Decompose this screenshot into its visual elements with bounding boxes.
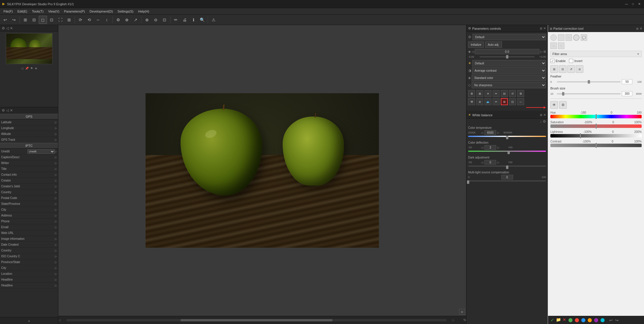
compare-button[interactable]: ⊡	[48, 16, 56, 24]
contact-expand[interactable]: ▷	[55, 173, 57, 176]
metadata-panel[interactable]: GPS Latitude ▷ Longitude ▷ Altitude ▷ GP…	[0, 114, 58, 317]
status-folder-icon[interactable]: 📁	[556, 317, 561, 323]
fullscreen-button[interactable]: ⛶	[56, 16, 64, 24]
menu-settings[interactable]: Settings(S)	[115, 9, 136, 14]
gps-track-expand[interactable]: ▷	[55, 138, 57, 141]
invert-checkbox[interactable]	[569, 59, 573, 63]
thumbnail-pin-icon[interactable]: ◁	[6, 26, 9, 30]
rotate-ccw-button[interactable]: ⟲	[85, 16, 93, 24]
wb-expand-icon[interactable]: ⊞	[540, 113, 542, 117]
feather-slider[interactable]	[557, 81, 621, 82]
thumbnail-settings-icon[interactable]: ⚙	[2, 26, 5, 30]
tool-2[interactable]: ⊞	[476, 90, 483, 97]
dark-adj-slider[interactable]	[468, 165, 546, 168]
altitude-expand[interactable]: ▷	[55, 133, 57, 135]
tool-4[interactable]: ✏	[493, 90, 500, 97]
develop-button[interactable]: ⚙	[114, 16, 122, 24]
filter-area-expand[interactable]: ▼	[637, 52, 640, 56]
pt-tool-3[interactable]: ↺	[567, 65, 575, 73]
flip-v-button[interactable]: ↕	[103, 16, 111, 24]
exposure-value[interactable]: 0.0	[475, 49, 539, 54]
image-info-expand[interactable]: ▷	[55, 237, 57, 240]
info-button[interactable]: ℹ	[189, 16, 197, 24]
writer-expand[interactable]: ▷	[55, 162, 57, 165]
brush-value[interactable]: 300	[622, 91, 632, 96]
circle-shape-btn[interactable]	[550, 34, 557, 41]
light-track[interactable]	[550, 134, 642, 138]
parameters-close-icon[interactable]: ✕	[543, 27, 546, 30]
expand-btn-2[interactable]: ⊞	[550, 43, 557, 49]
partial-expand-icon[interactable]: ⊞	[636, 27, 638, 30]
flip-h-button[interactable]: ↔	[94, 16, 102, 24]
metadata-settings-icon[interactable]: ⚙	[2, 108, 5, 112]
undo-button[interactable]: ↩	[1, 16, 9, 24]
fit-button[interactable]: ⊡	[160, 16, 169, 24]
dark-adj-value[interactable]: 0	[484, 160, 496, 165]
multi-light-slider[interactable]	[468, 180, 546, 183]
pt-tool-1[interactable]: ⊞	[550, 65, 558, 73]
tool-5[interactable]: ⊟	[501, 90, 508, 97]
single-view-button[interactable]: ◻	[39, 16, 47, 24]
close-button[interactable]: ✕	[637, 2, 642, 6]
zoom-out-button[interactable]: ⊖	[152, 16, 160, 24]
color-temp-value[interactable]: 6500	[484, 130, 496, 135]
exposure-settings-icon[interactable]: ⊞	[543, 50, 546, 54]
address-expand[interactable]: ▷	[55, 214, 57, 217]
warning-button[interactable]: ⚠	[209, 16, 218, 24]
tool-7[interactable]: ⚙	[517, 90, 524, 97]
province-expand[interactable]: ▷	[55, 261, 57, 264]
wb-quick-1[interactable]: ↓	[540, 119, 542, 124]
hue-track[interactable]	[550, 115, 642, 118]
exposure-slider[interactable]	[480, 56, 535, 57]
tool-3[interactable]: ✕	[484, 90, 491, 97]
status-redo-icon[interactable]: ↪	[615, 318, 619, 323]
deflection-arrow-right[interactable]: ▷	[497, 146, 500, 149]
dark-adj-arrow-right[interactable]: ▷	[497, 161, 500, 164]
city-expand-2[interactable]: ▷	[55, 267, 57, 270]
multi-light-value[interactable]: 0	[501, 175, 513, 179]
tool-1[interactable]: ⚙	[468, 90, 475, 97]
title-expand[interactable]: ▷	[55, 168, 57, 170]
tool-active[interactable]: ⊞	[501, 98, 508, 105]
initialize-button[interactable]: Initialize	[468, 41, 484, 48]
caption-expand[interactable]: ▷	[55, 156, 57, 159]
location-expand[interactable]: ▷	[55, 272, 57, 275]
tool-13[interactable]: ↔	[517, 98, 524, 105]
phone-expand[interactable]: ▷	[55, 220, 57, 223]
status-cancel-icon[interactable]: ✕	[563, 317, 566, 323]
pt-tool-2[interactable]: ⊟	[559, 65, 566, 73]
latitude-expand[interactable]: ▷	[55, 121, 57, 124]
thumbnail-close-icon[interactable]: ✕	[10, 26, 13, 30]
menu-view[interactable]: View(V)	[46, 9, 62, 14]
metadata-pin-icon[interactable]: ◁	[6, 108, 9, 112]
status-check-icon[interactable]: ✓	[550, 317, 554, 323]
tone-select[interactable]: Default	[472, 60, 546, 66]
headline-expand-1[interactable]: ▷	[55, 278, 57, 281]
export-button[interactable]: ↗	[132, 16, 140, 24]
grid-view-button[interactable]: ⊞	[21, 16, 29, 24]
creator-job-expand[interactable]: ▷	[55, 185, 57, 188]
pt-tool-4[interactable]: ⊘	[576, 65, 583, 73]
print-button[interactable]: 🖨	[181, 16, 189, 24]
feather-value[interactable]: 50	[622, 79, 632, 84]
postal-expand[interactable]: ▷	[55, 197, 57, 200]
color-temp-slider[interactable]	[468, 136, 546, 139]
city-expand-1[interactable]: ▷	[55, 208, 57, 211]
tool-6[interactable]: ↺	[509, 90, 516, 97]
longitude-expand[interactable]: ▷	[55, 127, 57, 130]
menu-parameters[interactable]: Parameters(P)	[62, 9, 87, 14]
color-temp-arrow-right[interactable]: ▷	[497, 131, 500, 134]
state-expand[interactable]: ▷	[55, 202, 57, 205]
menu-help[interactable]: Help(H)	[136, 9, 152, 14]
exposure-arrow-right[interactable]: ▷	[540, 50, 542, 54]
eyedropper-button[interactable]: ✏	[172, 16, 180, 24]
email-expand[interactable]: ▷	[55, 226, 57, 229]
country-expand-1[interactable]: ▷	[55, 191, 57, 194]
expand-icon[interactable]: ⊞	[459, 309, 465, 315]
contrast-select[interactable]: Average contrast	[472, 67, 546, 74]
speech-shape-btn[interactable]: 💬	[581, 34, 587, 41]
brush-slider[interactable]	[557, 93, 621, 94]
headline-expand-2[interactable]: ▷	[55, 284, 57, 287]
menu-tools[interactable]: Tools(T)	[29, 9, 46, 14]
tool-8[interactable]: ⚒	[468, 98, 475, 105]
